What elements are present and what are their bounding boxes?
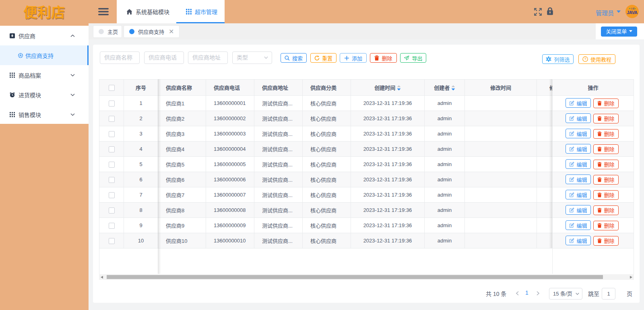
svg-text:?: ?	[584, 57, 586, 61]
